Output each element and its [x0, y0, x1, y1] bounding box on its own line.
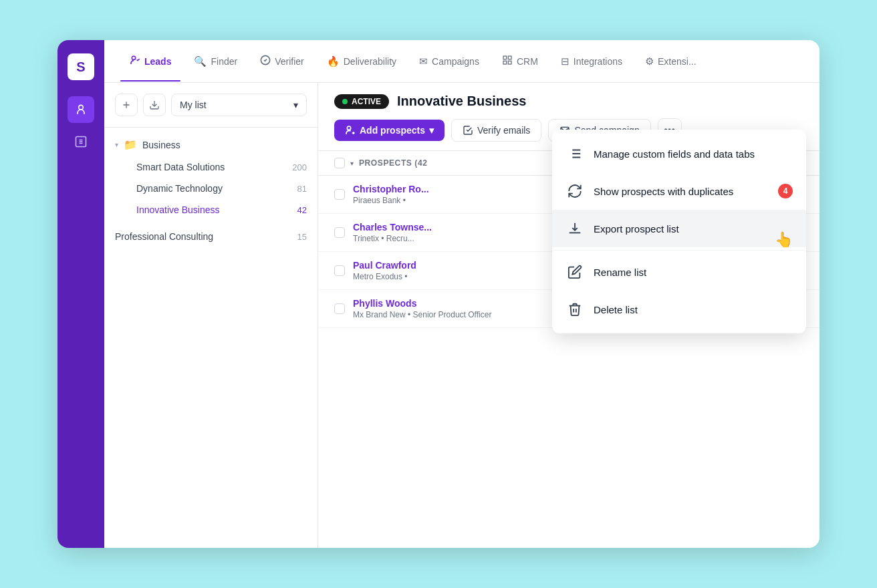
import-button[interactable] — [143, 94, 166, 116]
body-area: My list ▾ ▾ 📁 Business Smart Data Soluti… — [104, 83, 820, 548]
campaign-title: Innovative Business — [397, 94, 526, 109]
nav-integrations-label: Integrations — [574, 56, 622, 67]
select-all-checkbox[interactable] — [334, 158, 345, 168]
folder-icon: 📁 — [124, 138, 137, 151]
delete-list-icon — [566, 300, 584, 319]
integrations-icon: ⊟ — [561, 55, 570, 67]
app-window: S Leads 🔍 Finder Ver — [57, 40, 820, 548]
list-select-value: My list — [180, 100, 207, 110]
add-prospects-label: Add prospects — [360, 125, 425, 136]
campaigns-icon: ✉ — [419, 55, 428, 67]
folder-header-business[interactable]: ▾ 📁 Business — [104, 133, 318, 156]
verifier-icon — [260, 55, 271, 67]
prospect-checkbox[interactable] — [334, 227, 345, 238]
svg-point-11 — [347, 126, 350, 130]
left-panel: My list ▾ ▾ 📁 Business Smart Data Soluti… — [104, 83, 318, 548]
finder-icon: 🔍 — [194, 55, 207, 67]
list-item-innovative[interactable]: Innovative Business 42 — [104, 199, 318, 220]
list-item-name: Dynamic Technology — [136, 183, 223, 194]
dropdown-item-label: Delete list — [594, 304, 638, 315]
dropdown-item-delete-list[interactable]: Delete list — [552, 291, 806, 328]
sidebar-logo: S — [68, 53, 94, 80]
svg-rect-7 — [508, 61, 511, 64]
prospects-expand-icon: ▾ — [350, 160, 354, 167]
left-panel-toolbar: My list ▾ — [104, 83, 318, 128]
nav-deliverability-label: Deliverability — [344, 56, 396, 67]
top-nav: Leads 🔍 Finder Verifier 🔥 Deliverability… — [104, 40, 820, 83]
nav-item-extensions[interactable]: ⚙ Extensi... — [636, 50, 706, 73]
extensions-icon: ⚙ — [645, 55, 654, 67]
nav-item-integrations[interactable]: ⊟ Integrations — [551, 50, 632, 73]
add-prospects-button[interactable]: Add prospects ▾ — [334, 120, 445, 141]
sidebar-icon-building[interactable] — [68, 128, 94, 155]
leads-icon — [130, 55, 140, 67]
dropdown-item-manage-fields[interactable]: Manage custom fields and data tabs — [552, 135, 806, 172]
active-dot — [342, 99, 348, 104]
main-content: Leads 🔍 Finder Verifier 🔥 Deliverability… — [104, 40, 820, 548]
prospect-checkbox[interactable] — [334, 265, 345, 276]
nav-item-leads[interactable]: Leads — [120, 49, 180, 73]
dropdown-item-rename-list[interactable]: Rename list — [552, 253, 806, 291]
chevron-down-icon: ▾ — [293, 100, 298, 110]
header-title-row: ACTIVE Innovative Business — [334, 94, 803, 109]
list-item-count: 15 — [297, 232, 307, 242]
list-item-dynamic-tech[interactable]: Dynamic Technology 81 — [104, 178, 318, 199]
dropdown-item-show-duplicates[interactable]: Show prospects with duplicates 4 — [552, 172, 806, 210]
folder-label: Business — [142, 140, 180, 150]
svg-rect-4 — [503, 56, 507, 59]
dropdown-item-label: Manage custom fields and data tabs — [594, 148, 755, 160]
verify-emails-button[interactable]: Verify emails — [451, 119, 541, 142]
add-filter-button[interactable] — [115, 94, 138, 116]
nav-crm-label: CRM — [517, 56, 538, 67]
list-item-count: 200 — [292, 162, 307, 172]
add-prospects-chevron-icon: ▾ — [429, 125, 434, 136]
folder-group-business: ▾ 📁 Business Smart Data Solutions 200 Dy… — [104, 128, 318, 226]
svg-point-0 — [79, 105, 84, 110]
nav-campaigns-label: Campaigns — [432, 56, 479, 67]
dropdown-item-label: Rename list — [594, 267, 646, 278]
list-item-smart-data[interactable]: Smart Data Solutions 200 — [104, 156, 318, 178]
svg-rect-5 — [508, 56, 511, 59]
crm-icon — [502, 55, 513, 67]
manage-fields-icon — [566, 144, 584, 163]
list-item-professional[interactable]: Professional Consulting 15 — [104, 226, 318, 247]
cursor-icon: 👆 — [775, 231, 793, 249]
nav-item-finder[interactable]: 🔍 Finder — [184, 50, 247, 73]
list-item-name: Innovative Business — [136, 204, 220, 215]
nav-item-campaigns[interactable]: ✉ Campaigns — [410, 50, 489, 73]
dropdown-menu: Manage custom fields and data tabs Show … — [552, 130, 806, 333]
nav-item-crm[interactable]: CRM — [493, 49, 547, 73]
nav-item-deliverability[interactable]: 🔥 Deliverability — [318, 50, 406, 73]
nav-finder-label: Finder — [211, 56, 237, 67]
right-panel: ACTIVE Innovative Business Add prospects… — [318, 83, 820, 548]
show-duplicates-icon — [566, 182, 584, 200]
export-list-icon — [566, 219, 584, 238]
dropdown-divider — [552, 250, 806, 251]
active-label: ACTIVE — [352, 97, 381, 106]
rename-list-icon — [566, 263, 584, 281]
dropdown-item-export-list[interactable]: Export prospect list 👆 — [552, 210, 806, 247]
list-item-count: 42 — [297, 205, 307, 215]
duplicates-badge: 4 — [778, 184, 793, 198]
nav-item-verifier[interactable]: Verifier — [251, 49, 314, 73]
folder-chevron-icon: ▾ — [115, 141, 118, 148]
prospects-label: PROSPECTS (42 — [359, 158, 428, 168]
dropdown-item-label: Export prospect list — [594, 223, 679, 235]
svg-point-2 — [132, 56, 135, 59]
sidebar-icon-leads[interactable] — [68, 96, 94, 123]
deliverability-icon: 🔥 — [327, 55, 340, 67]
list-item-count: 81 — [297, 184, 307, 194]
prospect-checkbox[interactable] — [334, 303, 345, 314]
svg-rect-6 — [503, 61, 507, 64]
list-select[interactable]: My list ▾ — [171, 94, 307, 116]
list-item-name: Smart Data Solutions — [136, 162, 225, 172]
list-item-name: Professional Consulting — [115, 231, 213, 242]
sidebar: S — [57, 40, 104, 548]
verify-emails-label: Verify emails — [477, 125, 530, 136]
nav-extensions-label: Extensi... — [658, 56, 697, 67]
nav-verifier-label: Verifier — [275, 56, 304, 67]
active-badge: ACTIVE — [334, 94, 389, 109]
dropdown-item-label: Show prospects with duplicates — [594, 186, 733, 197]
nav-leads-label: Leads — [144, 56, 171, 67]
prospect-checkbox[interactable] — [334, 189, 345, 200]
